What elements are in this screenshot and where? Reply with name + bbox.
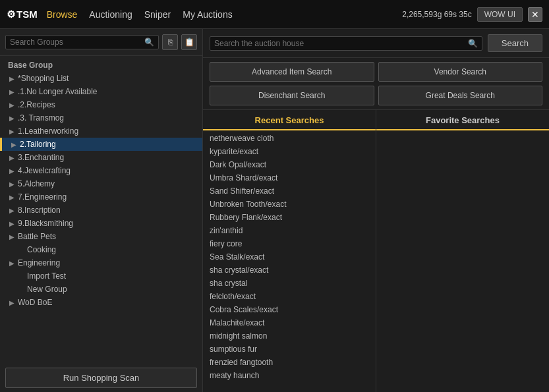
recent-searches-header: Recent Searches [203, 110, 376, 130]
great-deals-search-button[interactable]: Great Deals Search [378, 86, 543, 105]
recent-search-item[interactable]: sha crystal/exact [203, 264, 376, 277]
arrow-icon: ▶ [9, 233, 14, 240]
recent-search-item[interactable]: meaty haunch [203, 369, 376, 382]
gear-icon: ⚙ [7, 9, 15, 20]
recent-search-item[interactable]: sumptious fur [203, 343, 376, 356]
recent-search-item[interactable]: felcloth/exact [203, 290, 376, 303]
recent-search-item[interactable]: zin'anthid [203, 224, 376, 237]
auction-search-wrap: 🔍 [210, 36, 482, 51]
search-button[interactable]: Search [488, 34, 542, 52]
paste-icon-button[interactable]: 📋 [181, 34, 197, 50]
searches-section: Recent Searches netherweave clothkyparit… [203, 110, 549, 392]
recent-search-item[interactable]: midnight salmon [203, 329, 376, 343]
recent-search-item[interactable]: Dark Opal/exact [203, 158, 376, 171]
nav-my-auctions[interactable]: My Auctions [183, 7, 232, 22]
group-label: *Shopping List [18, 74, 69, 83]
arrow-icon: ▶ [9, 128, 14, 135]
auction-search-input[interactable] [214, 39, 466, 48]
recent-search-item[interactable]: Malachite/exact [203, 316, 376, 329]
group-item[interactable]: ▶Battle Pets [0, 230, 202, 243]
group-label: 7.Engineering [18, 192, 67, 202]
group-item[interactable]: ▶4.Jewelcrafting [0, 164, 202, 177]
nav-auctioning[interactable]: Auctioning [89, 7, 132, 22]
recent-searches-col: Recent Searches netherweave clothkyparit… [203, 110, 376, 392]
arrow-icon: ▶ [9, 220, 14, 227]
group-label: 8.Inscription [18, 206, 61, 215]
group-item[interactable]: ▶8.Inscription [0, 204, 202, 217]
auction-search-row: 🔍 Search [203, 29, 549, 58]
group-search-input[interactable] [10, 38, 142, 47]
recent-search-item[interactable]: kyparite/exact [203, 145, 376, 158]
right-panel: 🔍 Search Advanced Item Search Vendor Sea… [203, 29, 549, 392]
group-label: Import Test [27, 271, 66, 281]
left-panel: 🔍 ⎘ 📋 Base Group ▶*Shopping List▶.1.No L… [0, 29, 203, 392]
recent-search-item[interactable]: sha crystal [203, 277, 376, 290]
group-item[interactable]: ▶2.Tailoring [0, 138, 202, 151]
group-item[interactable]: ▶9.Blacksmithing [0, 217, 202, 230]
arrow-icon: ▶ [11, 141, 16, 148]
group-item[interactable]: ▶Import Test [0, 269, 202, 283]
title-bar-right: 2,265,593g 69s 35c WOW UI ✕ [402, 7, 542, 22]
group-label: 9.Blacksmithing [18, 219, 73, 228]
recent-search-item[interactable]: Sea Stalk/exact [203, 250, 376, 264]
group-item[interactable]: ▶*Shopping List [0, 72, 202, 85]
group-label: .1.No Longer Available [18, 87, 98, 96]
group-item[interactable]: ▶3.Enchanting [0, 151, 202, 164]
recent-search-item[interactable]: Rubbery Flank/exact [203, 211, 376, 224]
arrow-icon: ▶ [9, 75, 14, 82]
arrow-icon: ▶ [9, 88, 14, 96]
recent-search-item[interactable]: Umbra Shard/exact [203, 171, 376, 184]
nav-browse[interactable]: Browse [47, 7, 78, 22]
group-label: .2.Recipes [18, 100, 55, 109]
search-icon-right: 🔍 [468, 39, 478, 48]
recent-search-item[interactable]: Cobra Scales/exact [203, 303, 376, 316]
wow-ui-button[interactable]: WOW UI [477, 7, 523, 22]
arrow-icon: ▶ [9, 154, 14, 161]
group-label: 5.Alchemy [18, 179, 55, 188]
recent-search-item[interactable]: frenzied fangtooth [203, 356, 376, 369]
recent-search-item[interactable]: Unbroken Tooth/exact [203, 198, 376, 211]
arrow-icon: ▶ [9, 260, 14, 267]
base-group-label: Base Group [0, 59, 202, 72]
group-item[interactable]: ▶WoD BoE [0, 296, 202, 309]
favorite-searches-col: Favorite Searches [376, 110, 549, 392]
group-label: Engineering [18, 258, 60, 267]
arrow-icon: ▶ [9, 115, 14, 122]
run-shopping-scan-button[interactable]: Run Shopping Scan [5, 368, 197, 388]
group-item[interactable]: ▶Engineering [0, 256, 202, 269]
group-list: Base Group ▶*Shopping List▶.1.No Longer … [0, 56, 202, 364]
bottom-btn-area: Run Shopping Scan [5, 368, 197, 388]
gold-display: 2,265,593g 69s 35c [402, 10, 471, 19]
nav-sniper[interactable]: Sniper [144, 7, 171, 22]
group-label: .3. Transmog [18, 113, 64, 123]
group-item[interactable]: ▶1.Leatherworking [0, 125, 202, 138]
vendor-search-button[interactable]: Vendor Search [378, 62, 543, 82]
disenchant-search-button[interactable]: Disenchant Search [210, 86, 374, 105]
arrow-icon: ▶ [9, 194, 14, 201]
recent-searches-list: netherweave clothkyparite/exactDark Opal… [203, 130, 376, 392]
group-item[interactable]: ▶5.Alchemy [0, 177, 202, 190]
title-bar: ⚙ TSM Browse Auctioning Sniper My Auctio… [0, 0, 549, 29]
group-item[interactable]: ▶7.Engineering [0, 190, 202, 204]
main-layout: 🔍 ⎘ 📋 Base Group ▶*Shopping List▶.1.No L… [0, 29, 549, 392]
close-button[interactable]: ✕ [528, 7, 542, 22]
advanced-item-search-button[interactable]: Advanced Item Search [210, 62, 374, 82]
recent-search-item[interactable]: netherweave cloth [203, 132, 376, 145]
nav-links: Browse Auctioning Sniper My Auctions [47, 7, 403, 22]
group-label: 1.Leatherworking [18, 126, 78, 136]
group-item[interactable]: ▶.1.No Longer Available [0, 85, 202, 98]
arrow-icon: ▶ [9, 181, 14, 188]
copy-icon-button[interactable]: ⎘ [162, 34, 178, 50]
group-item[interactable]: ▶Cooking [0, 243, 202, 256]
search-icon: 🔍 [144, 38, 154, 47]
group-item[interactable]: ▶.2.Recipes [0, 98, 202, 111]
group-item[interactable]: ▶.3. Transmog [0, 111, 202, 125]
group-label: 4.Jewelcrafting [18, 166, 71, 175]
group-label: Cooking [27, 245, 56, 254]
group-item[interactable]: ▶New Group [0, 283, 202, 296]
group-label: New Group [27, 285, 67, 294]
recent-search-item[interactable]: Sand Shifter/exact [203, 184, 376, 198]
group-search-row: 🔍 ⎘ 📋 [0, 29, 202, 56]
arrow-icon: ▶ [9, 167, 14, 175]
recent-search-item[interactable]: fiery core [203, 237, 376, 250]
